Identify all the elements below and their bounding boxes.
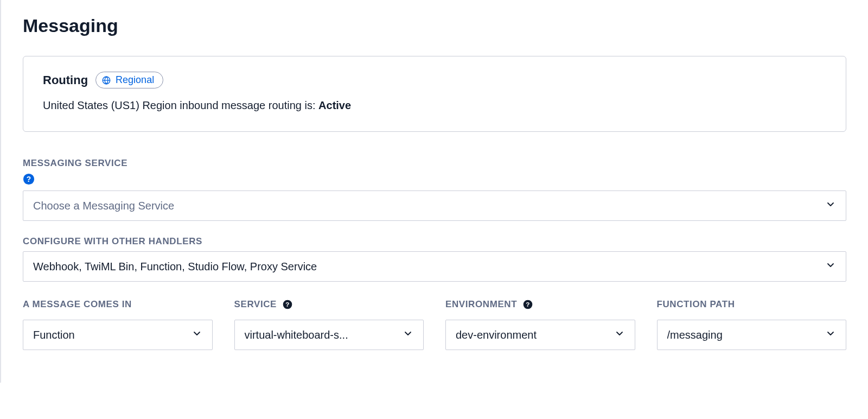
help-icon[interactable]: ?: [23, 173, 35, 185]
svg-text:?: ?: [285, 301, 290, 308]
messaging-service-select[interactable]: Choose a Messaging Service: [23, 191, 846, 221]
chevron-down-icon: [825, 260, 836, 274]
routing-title: Routing: [43, 73, 88, 87]
chevron-down-icon: [825, 328, 836, 342]
chevron-down-icon: [403, 328, 413, 342]
regional-badge-label: Regional: [116, 74, 154, 86]
other-handlers-select[interactable]: Webhook, TwiML Bin, Function, Studio Flo…: [23, 251, 846, 282]
other-handlers-value: Webhook, TwiML Bin, Function, Studio Flo…: [33, 261, 317, 273]
other-handlers-label: CONFIGURE WITH OTHER HANDLERS: [23, 236, 846, 247]
routing-status-prefix: United States (US1) Region inbound messa…: [43, 99, 318, 111]
function-path-value: /messaging: [667, 329, 723, 341]
regional-badge[interactable]: Regional: [95, 72, 163, 88]
message-comes-in-select[interactable]: Function: [23, 320, 213, 350]
environment-value: dev-environment: [456, 329, 537, 341]
page-title: Messaging: [23, 15, 846, 36]
messaging-service-placeholder: Choose a Messaging Service: [33, 200, 174, 212]
environment-label: ENVIRONMENT ?: [445, 297, 635, 312]
messaging-service-label: MESSAGING SERVICE: [23, 158, 846, 169]
help-icon[interactable]: ?: [522, 299, 533, 310]
routing-status-value: Active: [318, 99, 351, 111]
globe-icon: [101, 75, 111, 85]
chevron-down-icon: [825, 199, 836, 213]
service-label: SERVICE ?: [234, 297, 424, 312]
message-comes-in-value: Function: [33, 329, 75, 341]
help-icon[interactable]: ?: [282, 299, 293, 310]
service-select[interactable]: virtual-whiteboard-s...: [234, 320, 424, 350]
svg-text:?: ?: [526, 301, 530, 308]
routing-status: United States (US1) Region inbound messa…: [43, 99, 826, 112]
service-value: virtual-whiteboard-s...: [245, 329, 348, 341]
chevron-down-icon: [614, 328, 625, 342]
chevron-down-icon: [192, 328, 202, 342]
function-path-label: FUNCTION PATH: [657, 297, 847, 312]
routing-card: Routing Regional United States (US1) Reg…: [23, 56, 846, 132]
function-path-select[interactable]: /messaging: [657, 320, 847, 350]
message-comes-in-label: A MESSAGE COMES IN: [23, 297, 213, 312]
environment-select[interactable]: dev-environment: [445, 320, 635, 350]
svg-text:?: ?: [27, 175, 31, 183]
